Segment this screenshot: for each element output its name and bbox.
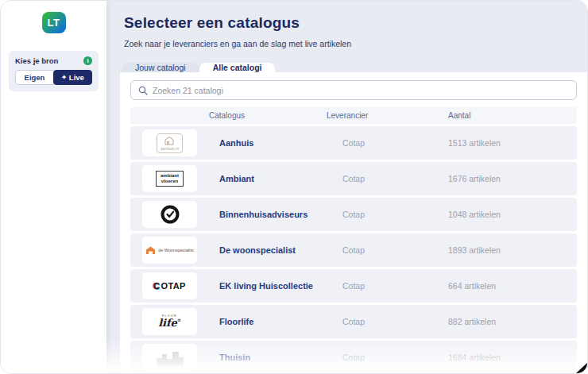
catalog-name[interactable]: Thuisin: [219, 353, 342, 362]
catalog-supplier: Cotap: [342, 353, 448, 362]
page-title: Selecteer een catalogus: [124, 13, 587, 33]
logo-cell: [130, 201, 219, 228]
catalog-logo-box: [142, 201, 197, 228]
column-header-aantal[interactable]: Aantal: [448, 111, 577, 120]
table-row[interactable]: aanhuis.nl Aanhuis Cotap 1513 artikelen: [130, 126, 577, 160]
table-row[interactable]: ambiantvloeren Ambiant Cotap 1676 artike…: [130, 162, 577, 195]
logo-cell: FLOORlife®: [130, 308, 219, 335]
catalog-logo-box: ambiantvloeren: [142, 165, 197, 192]
ambiant-logo-icon: ambiantvloeren: [156, 171, 184, 187]
tab-jouw-catalogi[interactable]: Jouw catalogi: [122, 63, 199, 72]
catalog-count: 882 artikelen: [448, 317, 577, 326]
cotap-logo-icon: COTAP: [153, 281, 186, 291]
table-row[interactable]: Binnenhuisadviseurs Cotap 1048 artikelen: [130, 198, 577, 231]
thuisin-logo-icon: [154, 349, 186, 366]
badge-logo-icon: [160, 204, 180, 225]
catalog-logo-box: COTAP: [142, 272, 197, 299]
source-selector-panel: Kies je bron i Eigen ✦Live: [9, 51, 99, 91]
catalog-count: 1513 artikelen: [448, 138, 577, 148]
source-option-live-label: Live: [69, 73, 84, 82]
mouse-cursor: [574, 361, 587, 373]
source-option-live[interactable]: ✦Live: [53, 70, 92, 85]
catalog-panel: Catalogus Leverancier Aantal aanhuis.nl …: [120, 72, 587, 374]
catalog-count: 664 artikelen: [448, 281, 577, 291]
catalog-name[interactable]: Floorlife: [219, 317, 342, 326]
app-window: LT Kies je bron i Eigen ✦Live Selecteer …: [0, 0, 588, 374]
source-label: Kies je bron: [15, 56, 58, 65]
catalog-name[interactable]: Aanhuis: [219, 138, 342, 148]
logo-cell: COTAP: [130, 272, 219, 299]
table-row[interactable]: Thuisin Cotap 1684 artikelen: [130, 341, 577, 374]
page-header: Selecteer een catalogus Zoek naar je lev…: [120, 13, 587, 49]
catalog-name[interactable]: Ambiant: [219, 174, 342, 183]
info-icon[interactable]: i: [83, 56, 92, 65]
logo-cell: ambiantvloeren: [130, 165, 219, 192]
catalog-supplier: Cotap: [342, 174, 448, 183]
tab-alle-catalogi[interactable]: Alle catalogi: [199, 63, 276, 72]
column-header-catalogus[interactable]: Catalogus: [209, 111, 327, 120]
catalog-logo-box: aanhuis.nl: [142, 129, 197, 156]
logo-cell: [130, 344, 219, 371]
catalog-table-body: aanhuis.nl Aanhuis Cotap 1513 artikelen …: [130, 126, 577, 374]
catalog-supplier: Cotap: [342, 281, 448, 291]
search-bar: [130, 80, 577, 100]
logo-cell: aanhuis.nl: [130, 129, 219, 156]
catalog-supplier: Cotap: [342, 138, 448, 148]
catalog-name[interactable]: EK living Huiscollectie: [219, 281, 342, 291]
catalog-name[interactable]: Binnenhuisadviseurs: [219, 210, 342, 219]
aanhuis-logo-icon: aanhuis.nl: [157, 133, 183, 153]
table-row[interactable]: FLOORlife® Floorlife Cotap 882 artikelen: [130, 305, 577, 338]
table-header: Catalogus Leverancier Aantal: [130, 107, 577, 124]
sparkle-icon: ✦: [61, 75, 67, 81]
floorlife-logo-icon: FLOORlife®: [158, 315, 181, 329]
logo-cell: de Woonspecialist: [130, 237, 219, 264]
catalog-logo-box: de Woonspecialist: [142, 237, 197, 264]
tab-bar: Jouw catalogi Alle catalogi: [120, 63, 587, 72]
page-subtitle: Zoek naar je leveranciers en ga aan de s…: [124, 39, 587, 49]
source-toggle: Eigen ✦Live: [15, 70, 92, 85]
catalog-count: 1048 artikelen: [448, 210, 577, 219]
table-row[interactable]: de Woonspecialist De woonspecialist Cota…: [130, 233, 577, 267]
search-icon: [138, 86, 148, 95]
main-area: Selecteer een catalogus Zoek naar je lev…: [106, 1, 587, 373]
table-row[interactable]: COTAP EK living Huiscollectie Cotap 664 …: [130, 269, 577, 303]
catalog-count: 1676 artikelen: [448, 174, 577, 183]
woonspecialist-logo-icon: de Woonspecialist: [145, 246, 194, 254]
catalog-supplier: Cotap: [342, 317, 448, 326]
catalog-name[interactable]: De woonspecialist: [219, 245, 342, 255]
catalog-logo-box: [142, 344, 197, 371]
catalog-logo-box: FLOORlife®: [142, 308, 197, 335]
column-header-leverancier[interactable]: Leverancier: [327, 111, 448, 120]
sidebar: LT Kies je bron i Eigen ✦Live: [1, 1, 106, 373]
app-logo-icon[interactable]: LT: [42, 12, 66, 33]
source-option-eigen[interactable]: Eigen: [15, 70, 54, 85]
search-input[interactable]: [153, 86, 569, 95]
catalog-count: 1893 artikelen: [448, 245, 577, 255]
catalog-supplier: Cotap: [342, 210, 448, 219]
catalog-count: 1684 artikelen: [448, 353, 577, 362]
catalog-supplier: Cotap: [342, 245, 448, 255]
